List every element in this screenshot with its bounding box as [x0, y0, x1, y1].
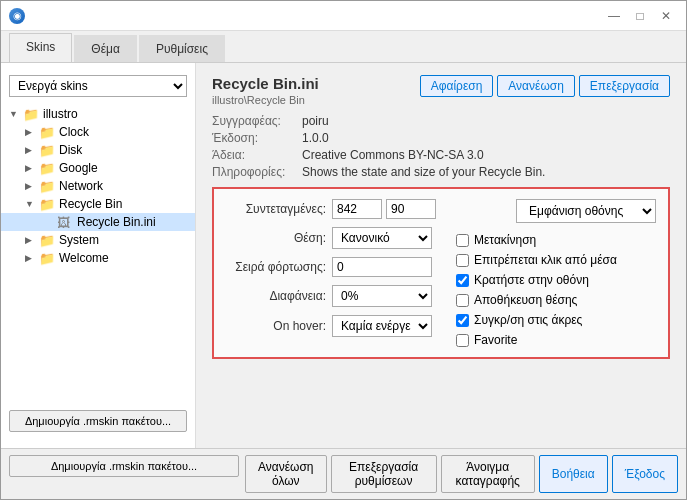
folder-icon-system: 📁: [39, 233, 55, 247]
create-rmskin-bottom-button[interactable]: Δημιουργία .rmskin πακέτου...: [9, 455, 239, 477]
position-label: Θέση:: [226, 231, 326, 245]
file-icon-ini: 🖼: [57, 215, 73, 229]
folder-icon-recyclebin: 📁: [39, 197, 55, 211]
tree-item-welcome[interactable]: ▶ 📁 Welcome: [1, 249, 195, 267]
checkbox-epitrepetai-label: Επιτρέπεται κλικ από μέσα: [474, 253, 617, 267]
create-rmskin-button[interactable]: Δημιουργία .rmskin πακέτου...: [9, 410, 187, 432]
load-order-label: Σειρά φόρτωσης:: [226, 260, 326, 274]
meta-value-info: Shows the state and size of your Recycle…: [302, 165, 670, 179]
open-log-button[interactable]: Άνοιγμα καταγραφής: [441, 455, 535, 493]
display-dropdown-row: Εμφάνιση οθόνης: [456, 199, 656, 223]
tree-label-disk: Disk: [59, 143, 82, 157]
bottom-bar-right: Ανανέωση όλων Επεξεργασία ρυθμίσεων Άνοι…: [245, 455, 678, 493]
tree-arrow-illustro: ▼: [9, 109, 21, 119]
tree-arrow-disk: ▶: [25, 145, 37, 155]
coordinates-inputs: [332, 199, 436, 219]
refresh-all-button[interactable]: Ανανέωση όλων: [245, 455, 327, 493]
checkbox-kratiste-label: Κρατήστε στην οθόνη: [474, 273, 589, 287]
transparency-row: Διαφάνεια: 0%: [226, 285, 436, 307]
tree-label-google: Google: [59, 161, 98, 175]
coord-x-input[interactable]: [332, 199, 382, 219]
tab-settings[interactable]: Ρυθμίσεις: [139, 35, 225, 62]
display-select[interactable]: Εμφάνιση οθόνης: [516, 199, 656, 223]
skin-title: Recycle Bin.ini: [212, 75, 319, 92]
exit-button[interactable]: Έξοδος: [612, 455, 678, 493]
meta-label-version: Έκδοση:: [212, 131, 302, 145]
checkbox-kratiste-input[interactable]: [456, 274, 469, 287]
skin-path: illustro\Recycle Bin: [212, 94, 319, 106]
config-section: Συντεταγμένες: Θέση: Κανονικό: [212, 187, 670, 359]
edit-button[interactable]: Επεξεργασία: [579, 75, 670, 97]
tree-item-recyclebin-ini[interactable]: 🖼 Recycle Bin.ini: [1, 213, 195, 231]
edit-settings-button[interactable]: Επεξεργασία ρυθμίσεων: [331, 455, 437, 493]
skin-header: Recycle Bin.ini illustro\Recycle Bin Αφα…: [212, 75, 670, 106]
skins-dropdown-row: Ενεργά skins: [1, 71, 195, 101]
config-left: Συντεταγμένες: Θέση: Κανονικό: [226, 199, 436, 347]
folder-icon-network: 📁: [39, 179, 55, 193]
tree-item-system[interactable]: ▶ 📁 System: [1, 231, 195, 249]
tab-bar: Skins Θέμα Ρυθμίσεις: [1, 31, 686, 63]
active-skins-dropdown[interactable]: Ενεργά skins: [9, 75, 187, 97]
tree-item-disk[interactable]: ▶ 📁 Disk: [1, 141, 195, 159]
app-icon: ◉: [9, 8, 25, 24]
meta-value-license: Creative Commons BY-NC-SA 3.0: [302, 148, 670, 162]
coordinates-label: Συντεταγμένες:: [226, 202, 326, 216]
position-select[interactable]: Κανονικό: [332, 227, 432, 249]
tree-arrow-network: ▶: [25, 181, 37, 191]
tab-theme[interactable]: Θέμα: [74, 35, 137, 62]
folder-icon-clock: 📁: [39, 125, 55, 139]
onhover-label: On hover:: [226, 319, 326, 333]
checkbox-apothikeusi: Αποθήκευση θέσης: [456, 293, 656, 307]
checkbox-kratiste: Κρατήστε στην οθόνη: [456, 273, 656, 287]
checkbox-favorite-label: Favorite: [474, 333, 517, 347]
tree-label-recyclebin-ini: Recycle Bin.ini: [77, 215, 156, 229]
transparency-select[interactable]: 0%: [332, 285, 432, 307]
checkbox-epitrepetai-input[interactable]: [456, 254, 469, 267]
meta-value-version: 1.0.0: [302, 131, 670, 145]
load-order-input[interactable]: [332, 257, 432, 277]
maximize-button[interactable]: □: [628, 6, 652, 26]
onhover-select[interactable]: Καμία ενέργεια: [332, 315, 432, 337]
tree-item-clock[interactable]: ▶ 📁 Clock: [1, 123, 195, 141]
transparency-label: Διαφάνεια:: [226, 289, 326, 303]
checkbox-metakinisi-label: Μετακίνηση: [474, 233, 536, 247]
checkbox-metakinisi: Μετακίνηση: [456, 233, 656, 247]
tree-arrow-clock: ▶: [25, 127, 37, 137]
tree-item-illustro[interactable]: ▼ 📁 illustro: [1, 105, 195, 123]
main-window: ◉ — □ ✕ Skins Θέμα Ρυθμίσεις Ενεργά skin…: [0, 0, 687, 500]
checkbox-favorite-input[interactable]: [456, 334, 469, 347]
position-row: Θέση: Κανονικό: [226, 227, 436, 249]
skin-title-block: Recycle Bin.ini illustro\Recycle Bin: [212, 75, 319, 106]
checkbox-sugkrsi-input[interactable]: [456, 314, 469, 327]
meta-label-author: Συγγραφέας:: [212, 114, 302, 128]
title-bar: ◉ — □ ✕: [1, 1, 686, 31]
help-button[interactable]: Βοήθεια: [539, 455, 608, 493]
tree-item-recyclebin[interactable]: ▼ 📁 Recycle Bin: [1, 195, 195, 213]
remove-button[interactable]: Αφαίρεση: [420, 75, 494, 97]
title-bar-left: ◉: [9, 8, 25, 24]
tree-item-google[interactable]: ▶ 📁 Google: [1, 159, 195, 177]
meta-label-info: Πληροφορίες:: [212, 165, 302, 179]
tab-skins[interactable]: Skins: [9, 33, 72, 62]
tree-arrow-google: ▶: [25, 163, 37, 173]
tree-label-illustro: illustro: [43, 107, 78, 121]
tree-arrow-welcome: ▶: [25, 253, 37, 263]
config-right: Εμφάνιση οθόνης Μετακίνηση Επιτρέπεται κ…: [456, 199, 656, 347]
bottom-bar-left: Δημιουργία .rmskin πακέτου...: [9, 455, 239, 493]
tree-item-network[interactable]: ▶ 📁 Network: [1, 177, 195, 195]
tree-label-system: System: [59, 233, 99, 247]
coordinates-row: Συντεταγμένες:: [226, 199, 436, 219]
coord-y-input[interactable]: [386, 199, 436, 219]
tree-label-network: Network: [59, 179, 103, 193]
tree-label-clock: Clock: [59, 125, 89, 139]
folder-icon-welcome: 📁: [39, 251, 55, 265]
refresh-button[interactable]: Ανανέωση: [497, 75, 575, 97]
tree-label-recyclebin: Recycle Bin: [59, 197, 122, 211]
right-panel: Recycle Bin.ini illustro\Recycle Bin Αφα…: [196, 63, 686, 448]
minimize-button[interactable]: —: [602, 6, 626, 26]
load-order-row: Σειρά φόρτωσης:: [226, 257, 436, 277]
checkbox-apothikeusi-input[interactable]: [456, 294, 469, 307]
checkbox-metakinisi-input[interactable]: [456, 234, 469, 247]
checkbox-epitrepetai: Επιτρέπεται κλικ από μέσα: [456, 253, 656, 267]
close-button[interactable]: ✕: [654, 6, 678, 26]
